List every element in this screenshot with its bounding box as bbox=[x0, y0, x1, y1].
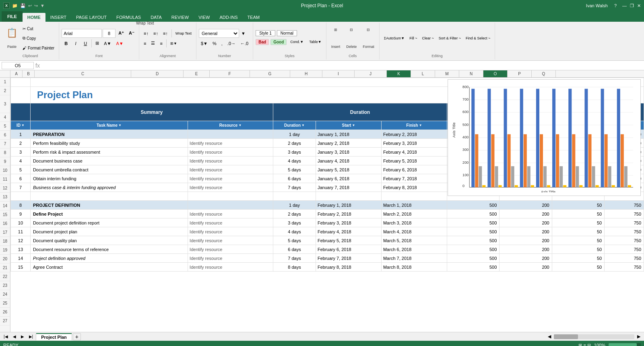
align-left-btn[interactable]: ≡ bbox=[142, 39, 148, 48]
row-num-21[interactable]: 21 bbox=[0, 264, 10, 272]
row-num-25[interactable]: 25 bbox=[0, 299, 10, 308]
merge-center-btn[interactable]: ⊞▼ bbox=[168, 39, 179, 48]
row-num-6[interactable]: 6 bbox=[0, 131, 10, 140]
col-header-M[interactable]: M bbox=[435, 70, 459, 77]
tab-file[interactable]: FILE bbox=[2, 11, 23, 22]
row-num-7[interactable]: 7 bbox=[0, 140, 10, 148]
tab-addins[interactable]: ADD-INS bbox=[215, 13, 242, 22]
row-num-15[interactable]: 15 bbox=[0, 210, 10, 219]
fill-btn[interactable]: Fill ~ bbox=[407, 34, 419, 43]
align-top-right-btn[interactable]: ≡↑ bbox=[161, 29, 170, 38]
bad-style-btn[interactable]: Bad bbox=[256, 39, 269, 45]
row-num-8[interactable]: 8 bbox=[0, 148, 10, 157]
col-header-O[interactable]: O bbox=[483, 70, 508, 77]
h-scrollbar[interactable] bbox=[554, 334, 634, 339]
tab-insert[interactable]: INSERT bbox=[45, 13, 71, 22]
col-id[interactable]: ID ▼ bbox=[11, 121, 31, 130]
paste-button[interactable]: 📋 Paste bbox=[4, 26, 20, 50]
row-num-1[interactable]: 1 bbox=[0, 78, 10, 86]
tab-page-layout[interactable]: PAGE LAYOUT bbox=[71, 13, 111, 22]
col-header-B[interactable]: B bbox=[23, 70, 35, 77]
insert-button[interactable]: ⊞ Insert bbox=[329, 26, 343, 50]
borders-btn[interactable]: ⊞ bbox=[93, 39, 101, 48]
format-painter-button[interactable]: 🖌 Format Painter bbox=[21, 43, 56, 52]
align-center-btn[interactable]: ☰ bbox=[149, 39, 157, 48]
help-btn[interactable]: ? bbox=[614, 3, 617, 8]
font-color-btn[interactable]: A▼ bbox=[114, 39, 125, 48]
name-box[interactable]: O5 bbox=[2, 62, 34, 69]
align-right-btn[interactable]: ≡ bbox=[158, 39, 164, 48]
col-header-K[interactable]: K bbox=[387, 70, 411, 77]
col-header-I[interactable]: I bbox=[322, 70, 355, 77]
maximize-btn[interactable]: ❐ bbox=[630, 3, 634, 8]
row-num-26[interactable]: 26 bbox=[0, 308, 10, 317]
delete-button[interactable]: ⊟ Delete bbox=[344, 26, 359, 50]
underline-btn[interactable]: U bbox=[81, 39, 90, 48]
style1-btn[interactable]: Style 1 bbox=[256, 30, 275, 36]
col-start[interactable]: Start ▼ bbox=[316, 121, 381, 130]
row-num-4[interactable]: 4 bbox=[0, 113, 10, 122]
row-num-14[interactable]: 14 bbox=[0, 202, 10, 210]
bold-btn[interactable]: B bbox=[62, 39, 70, 48]
row-num-18[interactable]: 18 bbox=[0, 237, 10, 246]
tab-home[interactable]: HOME bbox=[23, 13, 45, 22]
tab-formulas[interactable]: FORMULAS bbox=[111, 13, 146, 22]
comma-btn[interactable]: , bbox=[219, 39, 225, 48]
row-num-16[interactable]: 16 bbox=[0, 219, 10, 228]
italic-btn[interactable]: I bbox=[71, 39, 80, 48]
formula-input[interactable] bbox=[41, 63, 642, 68]
row-num-5[interactable]: 5 bbox=[0, 122, 10, 131]
minimize-btn[interactable]: — bbox=[622, 3, 627, 8]
scroll-right-btn[interactable]: ▶ bbox=[635, 332, 642, 341]
decrease-decimal-btn[interactable]: ←.0 bbox=[238, 39, 250, 48]
header-duration[interactable]: Duration bbox=[273, 103, 447, 121]
header-summary[interactable]: Summary bbox=[30, 103, 273, 121]
percent-btn[interactable]: % bbox=[211, 39, 219, 48]
number-format-select[interactable]: General bbox=[199, 29, 239, 38]
row-num-17[interactable]: 17 bbox=[0, 228, 10, 237]
col-resource[interactable]: Resource ▼ bbox=[188, 121, 273, 130]
find-select-btn[interactable]: Find & Select ~ bbox=[464, 34, 492, 43]
row-num-19[interactable]: 19 bbox=[0, 246, 10, 255]
sheet-nav-last[interactable]: ▶| bbox=[27, 332, 35, 341]
format-table-btn[interactable]: Table▼ bbox=[307, 37, 323, 46]
col-header-P[interactable]: P bbox=[508, 70, 532, 77]
row-num-2[interactable]: 2 bbox=[0, 86, 10, 95]
row-num-24[interactable]: 24 bbox=[0, 290, 10, 299]
conditional-formatting-btn[interactable]: Cond.▼ bbox=[288, 37, 305, 46]
col-task[interactable]: Task Name ▼ bbox=[30, 121, 188, 130]
copy-button[interactable]: ⧉ Copy bbox=[21, 34, 56, 43]
col-header-F[interactable]: F bbox=[210, 70, 250, 77]
decrease-font-btn[interactable]: A⁻ bbox=[127, 29, 136, 38]
tab-view[interactable]: VIEW bbox=[194, 13, 215, 22]
row-num-27[interactable]: 27 bbox=[0, 317, 10, 325]
zoom-slider[interactable] bbox=[609, 343, 641, 346]
fill-color-btn[interactable]: A▼ bbox=[102, 39, 113, 48]
col-header-Q[interactable]: Q bbox=[532, 70, 556, 77]
sheet-nav-prev[interactable]: ◀ bbox=[11, 332, 18, 341]
col-header-A[interactable]: A bbox=[10, 70, 23, 77]
col-header-D[interactable]: D bbox=[131, 70, 184, 77]
clear-btn[interactable]: Clear ~ bbox=[420, 34, 436, 43]
sort-filter-btn[interactable]: Sort & Filter ~ bbox=[437, 34, 463, 43]
good-style-btn[interactable]: Good bbox=[270, 39, 287, 45]
close-btn[interactable]: ✕ bbox=[637, 3, 641, 8]
sheet-tab-project-plan[interactable]: Project Plan bbox=[36, 333, 72, 340]
col-header-E[interactable]: E bbox=[184, 70, 210, 77]
font-size-input[interactable]: 8 bbox=[103, 29, 116, 38]
row-num-3[interactable]: 3 bbox=[0, 95, 10, 113]
align-top-left-btn[interactable]: ≡↑ bbox=[142, 29, 151, 38]
wrap-text-btn[interactable]: Wrap Text bbox=[173, 29, 194, 38]
col-header-H[interactable]: H bbox=[290, 70, 322, 77]
font-name-input[interactable]: Arial bbox=[62, 29, 102, 38]
row-num-20[interactable]: 20 bbox=[0, 255, 10, 264]
col-header-C[interactable]: C bbox=[35, 70, 131, 77]
tab-data[interactable]: DATA bbox=[146, 13, 167, 22]
currency-btn[interactable]: $▼ bbox=[199, 39, 210, 48]
row-num-13[interactable]: 13 bbox=[0, 193, 10, 202]
increase-decimal-btn[interactable]: .0→ bbox=[225, 39, 237, 48]
cut-button[interactable]: ✂ Cut bbox=[21, 24, 56, 33]
sheet-nav-next[interactable]: ▶ bbox=[19, 332, 26, 341]
tab-team[interactable]: TEAM bbox=[243, 13, 265, 22]
col-header-J[interactable]: J bbox=[355, 70, 387, 77]
